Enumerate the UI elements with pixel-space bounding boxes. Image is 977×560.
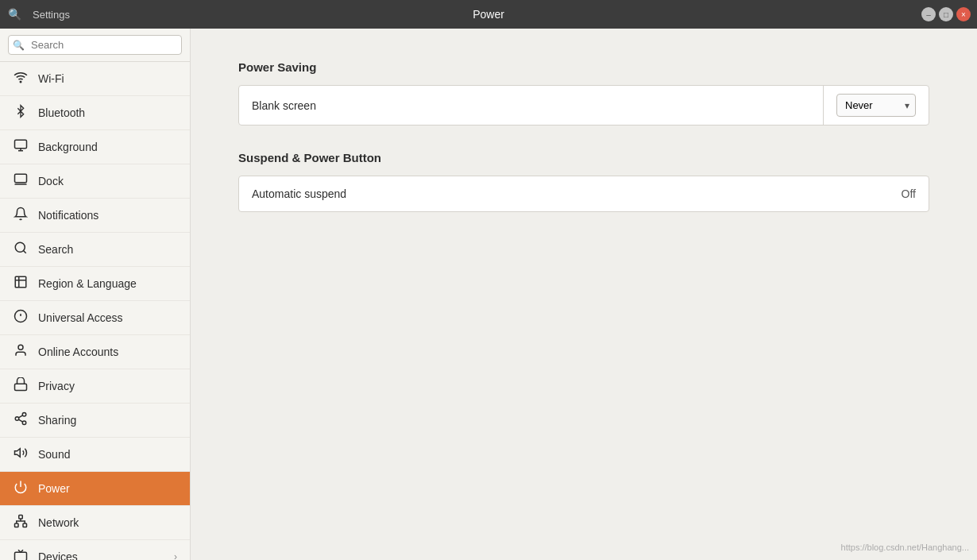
sidebar: Wi-Fi Bluetooth Background Dock Notifica [0, 29, 191, 560]
svg-line-15 [18, 419, 22, 422]
minimize-button[interactable]: – [921, 7, 936, 21]
svg-point-12 [22, 413, 26, 417]
region-icon [13, 275, 29, 292]
svg-rect-21 [19, 516, 23, 519]
search-label: Search [38, 243, 177, 256]
watermark: https://blog.csdn.net/Hanghang... [841, 543, 969, 552]
maximize-button[interactable]: □ [939, 7, 953, 21]
blank-screen-select[interactable]: Never 1 minute 2 minutes 3 minutes 5 min… [836, 94, 916, 117]
auto-suspend-row[interactable]: Automatic suspend Off [238, 176, 929, 212]
power-icon [13, 480, 29, 497]
sidebar-item-sharing[interactable]: Sharing [0, 404, 190, 438]
svg-rect-22 [15, 552, 27, 560]
svg-point-14 [22, 421, 26, 425]
svg-line-16 [18, 415, 22, 418]
privacy-label: Privacy [38, 380, 177, 392]
app-name: Settings [33, 9, 70, 21]
network-label: Network [38, 516, 177, 529]
auto-suspend-value: Off [889, 176, 929, 211]
sound-label: Sound [38, 448, 177, 461]
svg-point-4 [15, 242, 25, 252]
titlebar: 🔍 Settings Power – □ × [0, 0, 977, 29]
window-controls: – □ × [921, 7, 971, 21]
svg-rect-20 [15, 523, 19, 527]
svg-rect-6 [15, 276, 26, 288]
bluetooth-label: Bluetooth [38, 106, 177, 119]
devices-chevron: › [174, 551, 177, 560]
sidebar-item-bluetooth[interactable]: Bluetooth [0, 96, 190, 130]
page-title: Power [473, 8, 504, 21]
sidebar-item-sound[interactable]: Sound [0, 438, 190, 472]
wifi-label: Wi-Fi [38, 72, 177, 85]
sidebar-item-background[interactable]: Background [0, 130, 190, 164]
privacy-icon [13, 377, 29, 395]
devices-icon [13, 548, 29, 560]
blank-screen-control: Never 1 minute 2 minutes 3 minutes 5 min… [823, 86, 929, 125]
sidebar-item-notifications[interactable]: Notifications [0, 199, 190, 233]
notifications-icon [13, 207, 29, 224]
devices-label: Devices [38, 550, 164, 560]
svg-point-10 [18, 345, 23, 350]
auto-suspend-label: Automatic suspend [239, 176, 889, 211]
power-label: Power [38, 482, 177, 495]
sidebar-item-power[interactable]: Power [0, 472, 190, 506]
power-saving-section: Power Saving Blank screen Never 1 minute… [238, 60, 929, 126]
bluetooth-icon [13, 104, 29, 122]
close-button[interactable]: × [956, 7, 971, 21]
sound-icon [13, 446, 29, 463]
svg-rect-1 [15, 140, 27, 149]
svg-line-5 [23, 250, 25, 253]
sidebar-item-region[interactable]: Region & Language [0, 267, 190, 301]
sidebar-item-dock[interactable]: Dock [0, 164, 190, 199]
suspend-section: Suspend & Power Button Automatic suspend… [238, 151, 929, 212]
titlebar-left: 🔍 Settings [8, 8, 70, 21]
sidebar-item-universal[interactable]: Universal Access [0, 301, 190, 335]
svg-point-0 [20, 81, 21, 83]
dock-icon [13, 172, 29, 190]
content-area: Power Saving Blank screen Never 1 minute… [191, 29, 977, 560]
svg-rect-2 [15, 174, 27, 183]
search-titlebar-icon[interactable]: 🔍 [8, 8, 21, 21]
sharing-label: Sharing [38, 414, 177, 427]
online-accounts-icon [13, 343, 29, 361]
svg-point-13 [15, 417, 19, 421]
svg-rect-19 [23, 523, 27, 527]
power-saving-title: Power Saving [238, 60, 929, 74]
svg-rect-11 [15, 384, 27, 390]
wifi-icon [13, 70, 29, 87]
notifications-label: Notifications [38, 209, 177, 222]
network-icon [13, 514, 29, 531]
sidebar-item-network[interactable]: Network [0, 506, 190, 540]
universal-label: Universal Access [38, 311, 177, 324]
region-label: Region & Language [38, 277, 177, 290]
sharing-icon [13, 411, 29, 429]
never-dropdown-wrap: Never 1 minute 2 minutes 3 minutes 5 min… [836, 94, 916, 117]
universal-icon [13, 309, 29, 326]
online-accounts-label: Online Accounts [38, 346, 177, 358]
background-icon [13, 138, 29, 156]
svg-marker-17 [15, 449, 21, 458]
blank-screen-label: Blank screen [239, 88, 823, 123]
sidebar-item-privacy[interactable]: Privacy [0, 369, 190, 404]
search-input-wrap [8, 35, 182, 55]
suspend-title: Suspend & Power Button [238, 151, 929, 164]
sidebar-item-wifi[interactable]: Wi-Fi [0, 62, 190, 96]
sidebar-item-online-accounts[interactable]: Online Accounts [0, 335, 190, 369]
main-layout: Wi-Fi Bluetooth Background Dock Notifica [0, 29, 977, 560]
search-bar [0, 29, 190, 62]
sidebar-item-search[interactable]: Search [0, 233, 190, 267]
dock-label: Dock [38, 175, 177, 187]
background-label: Background [38, 141, 177, 153]
search-icon [13, 241, 29, 258]
sidebar-item-devices[interactable]: Devices › [0, 540, 190, 560]
search-input[interactable] [8, 35, 182, 55]
blank-screen-row: Blank screen Never 1 minute 2 minutes 3 … [238, 85, 929, 126]
